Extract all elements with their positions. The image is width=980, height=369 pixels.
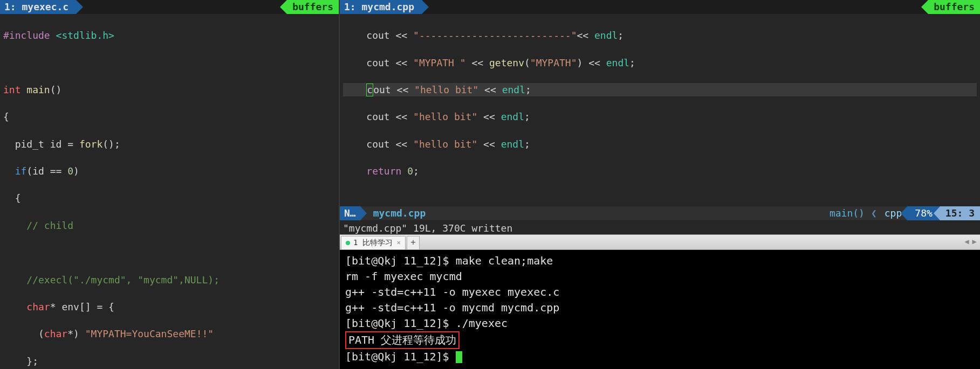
status-dot-icon	[346, 241, 350, 245]
fn-fork: fork	[79, 138, 102, 150]
editor-pane-right: 1: mycmd.cpp buffers cout << "----------…	[340, 0, 980, 234]
terminal-pane: 1 比特学习 ✕ + ◀▶ [bit@Qkj 11_12]$ make clea…	[340, 234, 980, 369]
brace-close: };	[3, 354, 335, 368]
cout: cout <<	[343, 111, 413, 122]
kw-char: char	[44, 328, 67, 339]
paren-close: )	[73, 165, 79, 177]
num-0: 0	[407, 165, 413, 177]
cout: cout <<	[343, 30, 413, 41]
indent	[343, 84, 366, 95]
tab-myexec[interactable]: 1: myexec.c	[0, 0, 76, 14]
str-hello: "hello bit"	[413, 138, 477, 150]
str-arg: "MYPATH"	[530, 57, 577, 68]
buffers-button-left[interactable]: buffers	[287, 0, 339, 14]
kw-int: int	[3, 84, 21, 95]
code-left[interactable]: #include <stdlib.h> int main() { pid_t i…	[0, 14, 339, 369]
decl: pid_t id =	[3, 138, 79, 150]
terminal-cursor	[456, 351, 462, 363]
code-right[interactable]: cout << "--------------------------"<< e…	[340, 14, 980, 206]
op: <<	[577, 30, 594, 41]
terminal-body[interactable]: [bit@Qkj 11_12]$ make clean;make rm -f m…	[340, 250, 980, 369]
paren: (	[3, 328, 44, 339]
str-hello: "hello bit"	[413, 111, 477, 122]
op: <<	[477, 138, 501, 150]
term-output: rm -f myexec mycmd	[345, 270, 462, 283]
term-output: g++ -std=c++11 -o myexec myexec.c	[345, 286, 559, 298]
num-0: 0	[67, 165, 73, 177]
terminal-tab[interactable]: 1 比特学习 ✕	[341, 236, 406, 249]
tab-mycmd[interactable]: 1: mycmd.cpp	[340, 0, 422, 14]
highlighted-output: PATH 父进程等待成功	[345, 331, 460, 349]
cursor: c	[366, 83, 373, 96]
str-mypath: "MYPATH=YouCanSeeME!!"	[85, 328, 214, 339]
space	[401, 165, 407, 177]
status-sep-icon: ❮	[869, 206, 879, 220]
tabline-right: 1: mycmd.cpp buffers	[340, 0, 980, 14]
parens: ()	[50, 84, 62, 95]
semi: ;	[629, 57, 635, 68]
kw-char: char	[3, 301, 50, 312]
endl: endl	[501, 138, 524, 150]
right-column: 1: mycmd.cpp buffers cout << "----------…	[340, 0, 980, 369]
op: <<	[466, 57, 489, 68]
cond: (id ==	[26, 165, 67, 177]
kw-return: return	[343, 165, 401, 177]
endl: endl	[594, 30, 618, 41]
endl: endl	[606, 57, 629, 68]
str-dashes: "--------------------------"	[413, 30, 577, 41]
semi: ;	[525, 84, 531, 95]
op: ) <<	[577, 57, 606, 68]
cast-close: *)	[67, 328, 85, 339]
buffers-button-right[interactable]: buffers	[928, 0, 980, 14]
comment-execl: //execl("./mycmd", "mycmd",NULL);	[3, 274, 220, 286]
mode-indicator: N…	[340, 206, 360, 220]
status-function: main()	[825, 206, 869, 220]
paren: (	[524, 57, 530, 68]
op: <<	[477, 111, 501, 122]
semi: ;	[524, 138, 530, 150]
status-filename: mycmd.cpp	[360, 206, 439, 220]
op: <<	[478, 84, 502, 95]
cmd: ./myexec	[456, 317, 508, 330]
semi: ;	[413, 165, 419, 177]
include-path: <stdlib.h>	[50, 30, 114, 41]
chevron-right-icon[interactable]: ▶	[972, 236, 977, 247]
statusline: N… mycmd.cpp main() ❮ cpp 78% 15: 3	[340, 206, 980, 220]
prompt: [bit@Qkj 11_12]$	[345, 317, 456, 330]
term-output: g++ -std=c++11 -o mycmd mycmd.cpp	[345, 301, 559, 314]
endl: endl	[502, 84, 525, 95]
str-mypath: "MYPATH "	[413, 57, 466, 68]
brace: {	[3, 191, 335, 205]
prompt: [bit@Qkj 11_12]$	[345, 254, 456, 267]
cout: cout <<	[343, 138, 413, 150]
new-tab-button[interactable]: +	[407, 236, 420, 249]
str-hello: "hello bit"	[414, 84, 478, 95]
status-position: 15: 3	[940, 206, 980, 220]
editor-pane-left: 1: myexec.c buffers #include <stdlib.h> …	[0, 0, 340, 369]
cout: out <<	[373, 84, 414, 95]
semi: ;	[618, 30, 623, 41]
terminal-tab-label: 1 比特学习	[353, 238, 393, 248]
tabline-left: 1: myexec.c buffers	[0, 0, 339, 14]
chevron-left-icon[interactable]: ◀	[964, 236, 969, 247]
fn-getenv: getenv	[489, 57, 524, 68]
message-line: "mycmd.cpp" 19L, 370C written	[340, 220, 980, 234]
prompt: [bit@Qkj 11_12]$	[345, 350, 456, 363]
terminal-tabbar: 1 比特学习 ✕ + ◀▶	[340, 235, 980, 250]
call-end: ();	[102, 138, 120, 150]
comment-child: // child	[3, 220, 73, 231]
kw-if: if	[3, 165, 26, 177]
preproc: #include	[3, 30, 50, 41]
arr-decl: * env[] = {	[50, 301, 114, 312]
brace: {	[3, 110, 335, 123]
tab-nav-arrows[interactable]: ◀▶	[961, 235, 980, 249]
fn-main: main	[21, 84, 50, 95]
semi: ;	[524, 111, 530, 122]
close-icon[interactable]: ✕	[397, 238, 401, 247]
endl: endl	[501, 111, 524, 122]
cmd: make clean;make	[456, 254, 553, 267]
cout: cout <<	[343, 57, 413, 68]
